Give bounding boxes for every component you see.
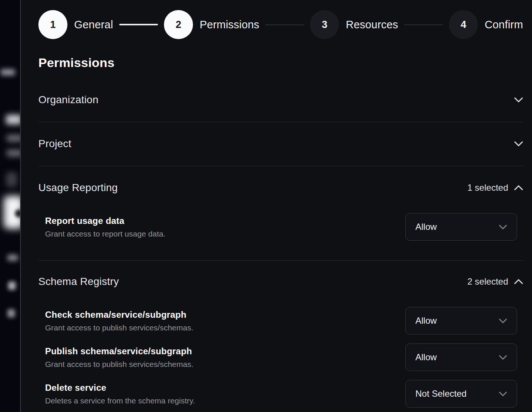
select-value: Allow [415,352,437,362]
step-confirm-label: Confirm [485,19,523,31]
step-general-label: General [74,19,113,31]
section-project-header[interactable]: Project [38,138,523,150]
usage-reporting-selected-count: 1 selected [468,183,508,193]
chevron-up-icon [514,185,523,191]
permission-row-check-schema: Check schema/service/subgraph Grant acce… [38,307,523,335]
report-usage-data-select[interactable]: Allow [405,213,517,241]
wizard-stepper: 1 General 2 Permissions 3 Resources 4 Co… [38,10,523,39]
permission-title: Check schema/service/subgraph [45,310,193,320]
permission-title: Delete service [45,383,195,393]
section-project-title: Project [38,138,72,150]
blurred-text-line [7,255,18,261]
step-connector-complete [119,24,158,25]
section-organization-title: Organization [38,94,98,106]
page-title: Permissions [38,56,523,70]
chevron-down-icon [499,225,507,229]
select-value: Allow [415,222,437,232]
section-usage-reporting-title: Usage Reporting [38,182,118,194]
step-resources-circle: 3 [310,10,339,39]
divider [38,122,523,122]
permission-title: Report usage data [45,216,165,226]
chevron-up-icon [514,279,523,285]
chevron-down-icon [499,318,507,323]
step-permissions[interactable]: 2 Permissions [164,10,259,39]
permission-title: Publish schema/service/subgraph [45,346,193,356]
permission-description: Grant access to publish services/schemas… [45,360,193,369]
section-organization-header[interactable]: Organization [38,94,523,106]
step-permissions-number: 2 [175,19,181,31]
step-resources[interactable]: 3 Resources [310,10,398,39]
section-usage-reporting-header[interactable]: Usage Reporting 1 selected [38,182,523,194]
chevron-down-icon [514,141,523,147]
chevron-down-icon [499,392,507,396]
permission-row-publish-schema: Publish schema/service/subgraph Grant ac… [38,343,523,371]
step-general-number: 1 [50,19,56,31]
step-confirm[interactable]: 4 Confirm [449,10,523,39]
schema-registry-selected-count: 2 selected [468,276,508,287]
check-schema-select[interactable]: Allow [405,307,517,335]
blurred-badge [1,69,15,75]
select-value: Not Selected [415,389,466,399]
delete-service-select[interactable]: Not Selected [405,380,517,408]
blurred-text-line [7,135,20,142]
step-general-circle: 1 [38,10,67,39]
permission-description: Deletes a service from the schema regist… [45,396,195,405]
step-permissions-circle: 2 [164,10,193,39]
permission-row-report-usage-data: Report usage data Grant access to report… [38,213,523,241]
permission-row-delete-service: Delete service Deletes a service from th… [38,380,523,408]
blurred-text-line [7,309,15,317]
step-confirm-circle: 4 [449,10,478,39]
select-value: Allow [415,316,437,326]
create-token-wizard-modal: 1 General 2 Permissions 3 Resources 4 Co… [20,0,532,412]
divider [38,260,523,261]
step-confirm-number: 4 [461,19,466,31]
step-resources-label: Resources [346,19,398,31]
step-permissions-label: Permissions [200,19,259,31]
section-schema-registry-header[interactable]: Schema Registry 2 selected [38,276,523,288]
permission-description: Grant access to report usage data. [45,229,165,238]
permission-description: Grant access to publish services/schemas… [45,323,193,332]
step-general[interactable]: 1 General [38,10,113,39]
blurred-text-line [7,150,20,156]
publish-schema-select[interactable]: Allow [405,343,517,371]
chevron-down-icon [514,97,523,103]
step-connector-upcoming [404,24,443,25]
background-page-strip [0,0,20,412]
blurred-icon [6,172,17,187]
blurred-heading-text [6,115,20,124]
step-resources-number: 3 [322,19,327,31]
step-connector-upcoming [265,24,304,25]
section-schema-registry-title: Schema Registry [38,276,119,288]
chevron-down-icon [499,355,507,360]
divider [38,166,523,166]
blurred-text-line [8,282,16,290]
